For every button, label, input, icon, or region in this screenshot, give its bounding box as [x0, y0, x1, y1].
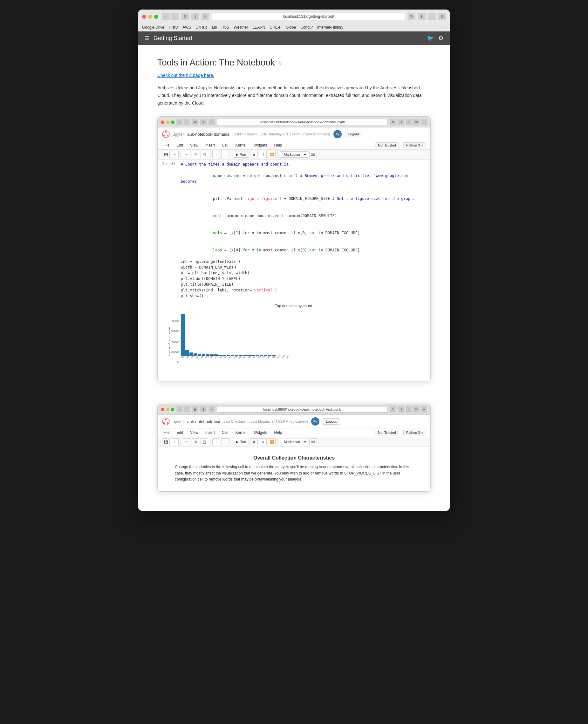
menu-edit-2[interactable]: Edit	[175, 430, 184, 435]
minimize-button[interactable]	[148, 15, 152, 19]
bookmark-weather[interactable]: Weather	[234, 25, 248, 29]
new-tab-button[interactable]: ⧉	[438, 13, 446, 20]
menu-edit-1[interactable]: Edit	[175, 142, 184, 148]
nb-tab-button[interactable]: ⊞	[192, 119, 198, 125]
more-bookmarks[interactable]: » +	[440, 25, 446, 29]
bookmark-github[interactable]: GitHub	[195, 25, 207, 29]
nb2-plus-button[interactable]: +	[421, 406, 427, 412]
url-bar[interactable]: localhost:1313/getting-started/	[212, 13, 405, 20]
menu-view-1[interactable]: View	[189, 142, 200, 148]
twitter-icon[interactable]: 🐦	[427, 35, 434, 42]
menu-widgets-1[interactable]: Widgets	[252, 142, 268, 148]
nb-reader-button[interactable]: ≡	[209, 119, 215, 125]
move-down-btn-2[interactable]: ↓	[221, 438, 229, 445]
github-icon[interactable]: ⚙	[438, 35, 443, 42]
bookmark-internet-history[interactable]: Internet-History	[317, 25, 343, 29]
nb2-maximize-button[interactable]	[171, 408, 174, 411]
nb-share-button[interactable]: ↑	[405, 119, 412, 125]
cell-type-select[interactable]: Markdown Code	[280, 151, 308, 158]
menu-insert-1[interactable]: Insert	[204, 142, 216, 148]
nb-forward-button[interactable]: ›	[184, 119, 190, 125]
nb-minimize-button[interactable]	[166, 121, 169, 124]
stop-btn[interactable]: ■	[250, 151, 258, 158]
nb-back-button[interactable]: ‹	[176, 119, 183, 125]
keyboard-btn[interactable]: ⌨	[309, 151, 317, 158]
stop-btn-2[interactable]: ■	[250, 438, 258, 445]
reload-button[interactable]: ↻	[408, 13, 415, 20]
menu-cell-1[interactable]: Cell	[220, 142, 230, 148]
move-up-btn[interactable]: ↑	[212, 151, 220, 158]
maximize-button[interactable]	[154, 15, 158, 19]
menu-kernel-1[interactable]: Kernel	[234, 142, 248, 148]
nb2-window-button[interactable]: ⧉	[413, 406, 420, 412]
move-up-btn-2[interactable]: ↑	[212, 438, 220, 445]
share-button[interactable]: ↑	[428, 13, 436, 20]
nb2-share-button[interactable]: ↑	[405, 406, 412, 412]
nb2-close-button[interactable]	[161, 408, 164, 411]
cut-btn-2[interactable]: ✂	[183, 438, 190, 445]
menu-help-1[interactable]: Help	[273, 142, 284, 148]
download-button[interactable]: ⬇	[418, 13, 425, 20]
copy-btn[interactable]: ⧉	[192, 151, 199, 158]
bookmark-concur[interactable]: Concur	[300, 25, 313, 29]
nb2-forward-button[interactable]: ›	[184, 406, 190, 412]
nb-info-button[interactable]: ℹ	[200, 119, 207, 125]
nb-plus-button[interactable]: +	[421, 119, 427, 125]
menu-file-2[interactable]: File	[162, 430, 171, 435]
cut-btn[interactable]: ✂	[183, 151, 190, 158]
move-down-btn[interactable]: ↓	[221, 151, 229, 158]
add-cell-btn[interactable]: +	[171, 151, 178, 158]
bookmark-globe[interactable]: Globe	[286, 25, 296, 29]
menu-insert-2[interactable]: Insert	[204, 430, 216, 435]
nb-window-button[interactable]: ⧉	[413, 119, 420, 125]
nb-url-1[interactable]: localhost:8888/notebooks/auk-notebook-do…	[217, 119, 388, 125]
keyboard-btn-2[interactable]: ⌨	[309, 438, 317, 445]
menu-file-1[interactable]: File	[162, 142, 171, 148]
restart-btn[interactable]: ↺	[259, 151, 267, 158]
copy-btn-2[interactable]: ⧉	[192, 438, 199, 445]
paste-btn-2[interactable]: 📋	[201, 438, 208, 445]
bookmark-chef[interactable]: CHE-F	[270, 25, 281, 29]
logout-button-1[interactable]: Logout	[345, 131, 363, 137]
back-button[interactable]: ‹	[162, 13, 170, 20]
anchor-link[interactable]: #	[278, 59, 282, 67]
paste-btn[interactable]: 📋	[201, 151, 208, 158]
bookmark-lib[interactable]: Lib	[212, 25, 217, 29]
nb2-tab-button[interactable]: ⊞	[192, 406, 198, 412]
run-button-2[interactable]: ▶ Run	[233, 439, 249, 445]
menu-widgets-2[interactable]: Widgets	[252, 430, 268, 435]
info-button[interactable]: ℹ	[191, 13, 199, 20]
nb2-minimize-button[interactable]	[166, 408, 169, 411]
menu-help-2[interactable]: Help	[273, 430, 284, 435]
reader-button[interactable]: ≡	[202, 13, 209, 20]
restart-btn-2[interactable]: ↺	[259, 438, 267, 445]
bookmark-aws[interactable]: AWS	[183, 25, 191, 29]
bookmark-rss[interactable]: RSS	[222, 25, 230, 29]
full-page-link[interactable]: Check out the full page here.	[157, 73, 431, 78]
nb-maximize-button[interactable]	[171, 121, 174, 124]
nb-close-button[interactable]	[161, 121, 164, 124]
menu-view-2[interactable]: View	[189, 430, 200, 435]
forward-button[interactable]: ›	[171, 13, 178, 20]
save-btn[interactable]: 💾	[162, 151, 170, 158]
tab-overview-button[interactable]: ⊞	[181, 13, 189, 20]
restart-run-btn[interactable]: ⏩	[268, 151, 276, 158]
nb2-info-button[interactable]: ℹ	[200, 406, 207, 412]
close-button[interactable]	[142, 15, 146, 19]
nb2-download-button[interactable]: ⬇	[398, 406, 404, 412]
bookmark-learn[interactable]: LEARN	[252, 25, 265, 29]
logout-button-2[interactable]: Logout	[322, 418, 340, 425]
nb-reload-button[interactable]: ↻	[390, 119, 396, 125]
run-button-1[interactable]: ▶ Run	[233, 152, 249, 158]
bookmark-histd[interactable]: HistD	[169, 25, 178, 29]
hamburger-icon[interactable]: ☰	[145, 35, 149, 41]
save-btn-2[interactable]: 💾	[162, 438, 170, 445]
cell-type-select-2[interactable]: Markdown Code	[280, 439, 308, 445]
nb-download-button[interactable]: ⬇	[398, 119, 404, 125]
bookmark-google-drive[interactable]: Google Drive	[142, 25, 164, 29]
menu-cell-2[interactable]: Cell	[220, 430, 230, 435]
restart-run-btn-2[interactable]: ⏩	[268, 438, 276, 445]
nb2-reader-button[interactable]: ≡	[209, 406, 215, 412]
nb2-back-button[interactable]: ‹	[176, 406, 183, 412]
nb-url-2[interactable]: localhost:8888/notebooks/auk-notebook-te…	[217, 406, 388, 412]
